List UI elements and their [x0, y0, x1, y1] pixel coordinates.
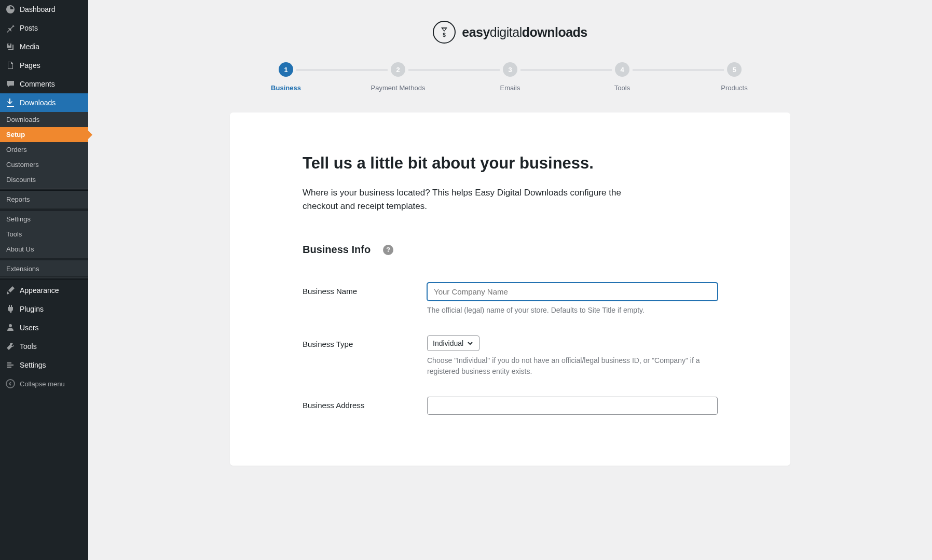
setup-card: Tell us a little bit about your business…	[230, 113, 790, 466]
sidebar-subitem-reports[interactable]: Reports	[0, 192, 88, 207]
step-business[interactable]: 1 Business	[230, 62, 342, 92]
sidebar-label: Posts	[20, 24, 38, 32]
sidebar-separator	[0, 277, 88, 280]
sidebar-item-comments[interactable]: Comments	[0, 75, 88, 93]
business-name-label: Business Name	[303, 283, 427, 296]
step-connector	[296, 69, 388, 71]
sidebar-label: Settings	[20, 361, 46, 369]
step-number: 3	[503, 62, 517, 77]
step-tools[interactable]: 4 Tools	[566, 62, 678, 92]
sidebar-subitem-downloads[interactable]: Downloads	[0, 112, 88, 127]
business-type-value: Individual	[433, 339, 463, 347]
svg-point-0	[6, 380, 15, 388]
step-products[interactable]: 5 Products	[678, 62, 790, 92]
sidebar-subitem-orders[interactable]: Orders	[0, 142, 88, 157]
pin-icon	[5, 23, 16, 33]
business-type-select[interactable]: Individual	[427, 335, 479, 351]
sidebar-label: Dashboard	[20, 5, 56, 13]
main-content: $ easydigitaldownloads 1 Business 2 Paym…	[88, 0, 932, 560]
sidebar-subitem-about[interactable]: About Us	[0, 242, 88, 257]
sidebar-submenu-downloads: Downloads Setup Orders Customers Discoun…	[0, 112, 88, 276]
sidebar-collapse[interactable]: Collapse menu	[0, 374, 88, 393]
step-label: Emails	[500, 84, 520, 92]
sidebar-item-appearance[interactable]: Appearance	[0, 281, 88, 300]
sidebar-item-plugins[interactable]: Plugins	[0, 300, 88, 318]
sidebar-item-users[interactable]: Users	[0, 318, 88, 337]
sidebar-label: Collapse menu	[20, 380, 65, 388]
edd-logo-icon: $	[433, 21, 456, 44]
sidebar-subitem-discounts[interactable]: Discounts	[0, 172, 88, 187]
step-label: Products	[721, 84, 747, 92]
download-icon	[5, 97, 16, 108]
sidebar-item-dashboard[interactable]: Dashboard	[0, 0, 88, 19]
sidebar-subitem-customers[interactable]: Customers	[0, 157, 88, 172]
edd-logo: $ easydigitaldownloads	[433, 21, 587, 44]
business-address-input[interactable]	[427, 397, 718, 415]
sidebar-item-posts[interactable]: Posts	[0, 19, 88, 37]
step-label: Payment Methods	[371, 84, 426, 92]
page-title: Tell us a little bit about your business…	[303, 154, 718, 173]
dashboard-icon	[5, 4, 16, 15]
sidebar-item-media[interactable]: Media	[0, 37, 88, 56]
business-address-label: Business Address	[303, 397, 427, 410]
step-number: 2	[391, 62, 405, 77]
business-name-helper: The official (legal) name of your store.…	[427, 305, 718, 316]
comments-icon	[5, 79, 16, 89]
sidebar-item-downloads[interactable]: Downloads	[0, 93, 88, 112]
step-connector	[408, 69, 500, 71]
setup-stepper: 1 Business 2 Payment Methods 3 Emails 4 …	[230, 62, 790, 92]
step-emails[interactable]: 3 Emails	[454, 62, 566, 92]
sidebar-label: Appearance	[20, 286, 59, 295]
business-type-label: Business Type	[303, 335, 427, 348]
step-number: 4	[615, 62, 629, 77]
sidebar-separator	[0, 188, 88, 191]
section-title: Business Info	[303, 244, 371, 256]
sidebar-label: Media	[20, 43, 39, 51]
sidebar-label: Tools	[20, 342, 37, 351]
collapse-icon	[5, 379, 16, 389]
sidebar-subitem-settings[interactable]: Settings	[0, 212, 88, 227]
step-connector	[520, 69, 612, 71]
sidebar-label: Comments	[20, 80, 55, 88]
sidebar-label: Users	[20, 324, 39, 332]
logo-part1: easy	[462, 25, 490, 39]
edd-logo-text: easydigitaldownloads	[462, 25, 587, 40]
sidebar-item-settings[interactable]: Settings	[0, 356, 88, 374]
brush-icon	[5, 285, 16, 296]
sidebar-label: Plugins	[20, 305, 44, 313]
field-business-address: Business Address	[303, 397, 718, 415]
sidebar-separator	[0, 208, 88, 211]
sidebar-subitem-tools[interactable]: Tools	[0, 227, 88, 242]
step-label: Business	[271, 84, 301, 92]
step-number: 5	[727, 62, 742, 77]
step-label: Tools	[614, 84, 630, 92]
sidebar-item-pages[interactable]: Pages	[0, 56, 88, 75]
sidebar-item-tools[interactable]: Tools	[0, 337, 88, 356]
sidebar-subitem-setup[interactable]: Setup	[0, 127, 88, 142]
admin-sidebar: Dashboard Posts Media Pages Comments	[0, 0, 88, 560]
help-icon[interactable]: ?	[383, 245, 393, 255]
sidebar-label: Downloads	[20, 99, 56, 107]
logo-part2: digital	[490, 25, 522, 39]
business-type-helper: Choose "Individual" if you do not have a…	[427, 355, 718, 377]
user-icon	[5, 323, 16, 333]
wrench-icon	[5, 341, 16, 352]
svg-text:$: $	[443, 32, 446, 38]
sidebar-label: Pages	[20, 61, 40, 69]
sidebar-separator	[0, 258, 88, 260]
step-connector	[633, 69, 724, 71]
media-icon	[5, 41, 16, 52]
chevron-down-icon	[467, 340, 474, 347]
settings-icon	[5, 360, 16, 370]
plugin-icon	[5, 304, 16, 314]
page-description: Where is your business located? This hel…	[303, 186, 655, 213]
field-business-name: Business Name The official (legal) name …	[303, 283, 718, 316]
pages-icon	[5, 60, 16, 71]
step-number: 1	[279, 62, 293, 77]
business-name-input[interactable]	[427, 283, 718, 301]
step-payment-methods[interactable]: 2 Payment Methods	[342, 62, 454, 92]
field-business-type: Business Type Individual Choose "Individ…	[303, 335, 718, 377]
sidebar-subitem-extensions[interactable]: Extensions	[0, 261, 88, 276]
logo-part3: downloads	[522, 25, 587, 39]
